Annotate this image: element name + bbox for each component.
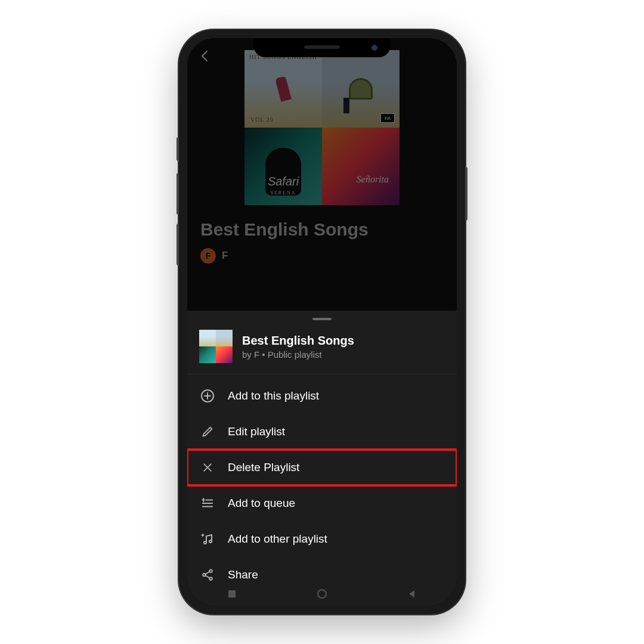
menu-item-label: Add to this playlist xyxy=(228,389,319,402)
phone-side-button xyxy=(465,167,467,221)
sheet-grabber[interactable] xyxy=(312,318,332,320)
share-icon xyxy=(200,568,215,582)
queue-icon xyxy=(200,496,215,510)
phone-side-button xyxy=(177,137,179,161)
sheet-subtitle: by F • Public playlist xyxy=(242,349,354,360)
phone-side-button xyxy=(177,173,179,215)
svg-rect-6 xyxy=(228,590,236,597)
music-plus-icon xyxy=(200,532,215,546)
menu-add-to-queue[interactable]: Add to queue xyxy=(187,485,457,521)
phone-frame: HIT SONGS ENGLISH VOL 20 PA Safari SEREN… xyxy=(179,30,465,614)
menu-add-to-other-playlist[interactable]: Add to other playlist xyxy=(187,521,457,557)
nav-recent-button[interactable] xyxy=(227,589,237,599)
context-menu-sheet: Best English Songs by F • Public playlis… xyxy=(187,311,457,606)
close-icon xyxy=(200,460,215,475)
pencil-icon xyxy=(200,425,215,439)
menu-item-label: Add to other playlist xyxy=(228,532,327,546)
app-screen: HIT SONGS ENGLISH VOL 20 PA Safari SEREN… xyxy=(187,38,457,606)
menu-edit-playlist[interactable]: Edit playlist xyxy=(187,414,457,450)
front-camera xyxy=(371,45,377,51)
menu-item-label: Delete Playlist xyxy=(228,461,299,474)
nav-back-button[interactable] xyxy=(407,589,417,599)
plus-circle-icon xyxy=(200,389,215,403)
svg-point-1 xyxy=(204,541,206,544)
menu-delete-playlist[interactable]: Delete Playlist xyxy=(187,450,457,485)
android-nav-bar xyxy=(187,582,457,606)
menu-add-to-this-playlist[interactable]: Add to this playlist xyxy=(187,378,457,414)
menu-list: Add to this playlist Edit playlist Delet… xyxy=(187,374,457,593)
svg-point-2 xyxy=(209,540,212,543)
device-notch xyxy=(253,38,391,57)
nav-home-button[interactable] xyxy=(317,589,327,599)
sheet-header: Best English Songs by F • Public playlis… xyxy=(187,326,457,374)
menu-item-label: Edit playlist xyxy=(228,425,285,438)
playlist-mini-cover xyxy=(199,330,233,363)
menu-item-label: Share xyxy=(228,568,258,581)
svg-point-7 xyxy=(318,590,326,598)
speaker-grille xyxy=(304,45,340,49)
menu-item-label: Add to queue xyxy=(228,497,295,510)
phone-side-button xyxy=(177,224,179,265)
sheet-title: Best English Songs xyxy=(242,333,354,348)
